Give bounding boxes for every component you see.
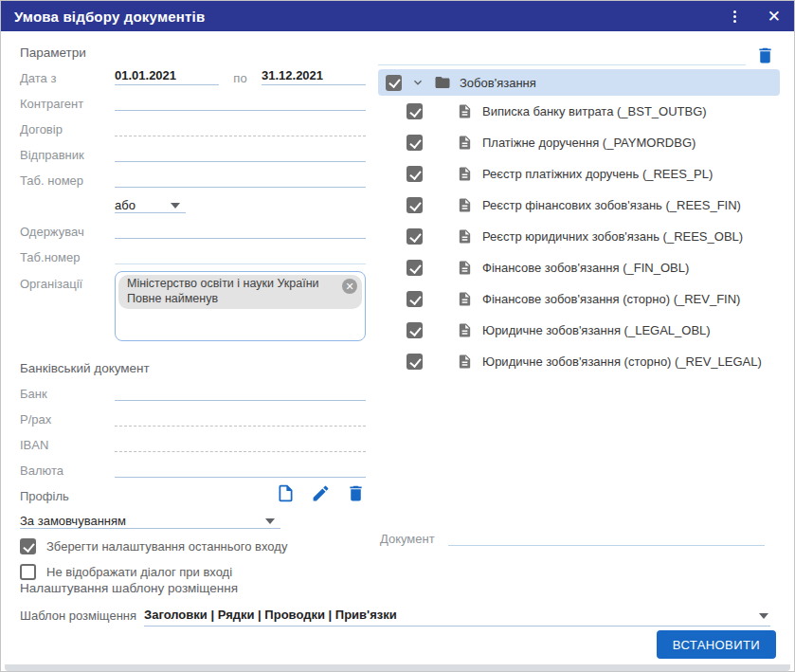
contract-row: Договір [20,116,366,141]
tree-root-label: Зобов'язання [460,76,536,90]
account-row: Р/рах [20,406,366,431]
tree-item-checkbox[interactable] [407,291,423,307]
profile-select[interactable]: За замовчуванням [20,512,280,529]
parameters-form: Параметри Дата з 01.01.2021 по 31.12.202… [20,39,366,585]
document-icon [457,228,473,245]
date-row: Дата з 01.01.2021 по 31.12.2021 [20,64,366,90]
date-from-label: Дата з [20,71,115,85]
save-settings-label: Зберегти налаштування останнього входу [46,539,287,554]
dialog-bottom-edge [5,664,790,671]
contract-label: Договір [20,122,115,136]
save-settings-row: Зберегти налаштування останнього входу [20,534,366,559]
date-from-input[interactable]: 01.01.2021 [115,68,219,85]
tree-item-checkbox[interactable] [407,228,423,245]
organization-chip[interactable]: Міністерство освіти і науки України Повн… [118,275,362,309]
tree-item-checkbox[interactable] [407,103,423,119]
tree-item-checkbox[interactable] [407,260,423,276]
document-icon [457,135,473,151]
chevron-down-icon[interactable] [410,75,425,90]
dialog-title: Умова відбору документів [14,9,205,25]
tree-item-row[interactable]: Юридичне зобов'язання (сторно) (_REV_LEG… [378,346,780,377]
sender-row: Відправник [20,141,366,167]
organizations-row: Організації Міністерство освіти і науки … [20,271,366,347]
placement-template-value: Заголовки | Рядки | Проводки | Прив'язки [144,608,397,622]
receiver-row: Одержувач [20,218,366,244]
tree-root-checkbox[interactable] [386,75,402,91]
bank-input[interactable] [115,384,366,401]
tree-item-row[interactable]: Фінансове зобов'язання (_FIN_OBL) [378,252,780,283]
chip-remove-icon[interactable]: ✕ [342,279,357,294]
tab-number-label: Таб. номер [20,173,115,188]
sender-input[interactable] [115,145,366,162]
account-label: Р/рах [20,412,115,427]
organizations-box[interactable]: Міністерство освіти і науки України Повн… [115,271,366,341]
tree-search-input[interactable] [378,48,746,65]
kebab-menu-icon[interactable] [724,6,747,27]
tree-item-row[interactable]: Реєстр юридичних зобов'язань (_REES_OBL) [378,221,780,252]
placement-template-section: Налаштування шаблону розміщення Шаблон р… [20,575,770,627]
title-bar: Умова відбору документів ✕ [1,1,794,31]
tree-item-row[interactable]: Юридичне зобов'язання (_LEGAL_OBL) [378,315,780,346]
tree-item-label: Реєстр платіжних доручень (_REES_PL) [482,167,713,181]
tree-item-checkbox[interactable] [407,166,423,182]
document-input[interactable] [448,529,765,546]
tree-clear-icon[interactable] [755,45,775,65]
tree-item-checkbox[interactable] [407,135,423,151]
document-icon [457,291,473,307]
currency-label: Валюта [20,463,115,478]
params-section-title: Параметри [20,45,86,60]
tree-item-row[interactable]: Платіжне доручення (_PAYMORDBG) [378,127,780,158]
organizations-label: Організації [20,271,115,347]
counterparty-row: Контрагент [20,90,366,116]
save-settings-checkbox[interactable] [20,538,36,554]
tree-item-row[interactable]: Виписка банку витрата (_BST_OUTBG) [378,96,780,127]
tab-number2-row: Таб.номер [20,244,366,269]
document-icon [457,260,473,276]
account-input[interactable] [115,409,366,427]
tree-item-label: Фінансове зобов'язання (_FIN_OBL) [482,261,689,275]
iban-label: IBAN [20,438,115,452]
profile-label: Профіль [20,489,115,503]
bank-row: Банк [20,380,366,406]
new-profile-icon[interactable] [276,483,296,503]
organization-chip-line1: Міністерство освіти і науки України [127,277,335,292]
dropdown-arrow-icon [759,613,768,619]
or-select-value: або [115,198,136,212]
tree-item-row[interactable]: Реєстр платіжних доручень (_REES_PL) [378,158,780,190]
set-button[interactable]: ВСТАНОВИТИ [657,630,776,659]
tree-item-label: Виписка банку витрата (_BST_OUTBG) [482,104,707,118]
tree-item-checkbox[interactable] [407,322,423,338]
tab-number-input[interactable] [115,171,366,188]
counterparty-input[interactable] [115,94,366,111]
or-select[interactable]: або [115,196,186,213]
receiver-input[interactable] [115,222,366,239]
bank-section-title: Банківський документ [20,361,150,375]
iban-input[interactable] [115,435,366,452]
tree-item-label: Платіжне доручення (_PAYMORDBG) [482,136,696,150]
sender-label: Відправник [20,148,115,162]
tree-item-checkbox[interactable] [407,197,423,213]
tree-item-row[interactable]: Реєстр фінансових зобов'язань (_REES_FIN… [378,190,780,221]
currency-input[interactable] [115,461,366,478]
tab-number2-input[interactable] [115,247,366,264]
counterparty-label: Контрагент [20,97,115,111]
tree-root-row[interactable]: Зобов'язання [378,69,780,96]
document-field-row: Документ [380,521,765,546]
close-icon[interactable]: ✕ [768,9,781,25]
or-select-row: або [20,192,366,218]
receiver-label: Одержувач [20,225,115,239]
tree-item-label: Фінансове зобов'язання (сторно) (_REV_FI… [482,292,740,306]
date-to-input[interactable]: 31.12.2021 [262,68,366,85]
delete-profile-icon[interactable] [346,483,366,503]
organization-chip-line2: Повне найменув [127,292,335,307]
contract-input[interactable] [115,119,366,136]
placement-template-select[interactable]: Заголовки | Рядки | Проводки | Прив'язки [144,608,770,627]
params-header-row: Параметри [20,39,366,64]
tree-item-checkbox[interactable] [407,354,423,370]
document-selection-dialog: Умова відбору документів ✕ Параметри Дат… [0,0,795,672]
document-label: Документ [380,532,448,546]
profile-row: Профіль [20,482,366,508]
edit-profile-icon[interactable] [311,483,331,503]
tab-number-row: Таб. номер [20,167,366,192]
tree-item-row[interactable]: Фінансове зобов'язання (сторно) (_REV_FI… [378,283,780,315]
